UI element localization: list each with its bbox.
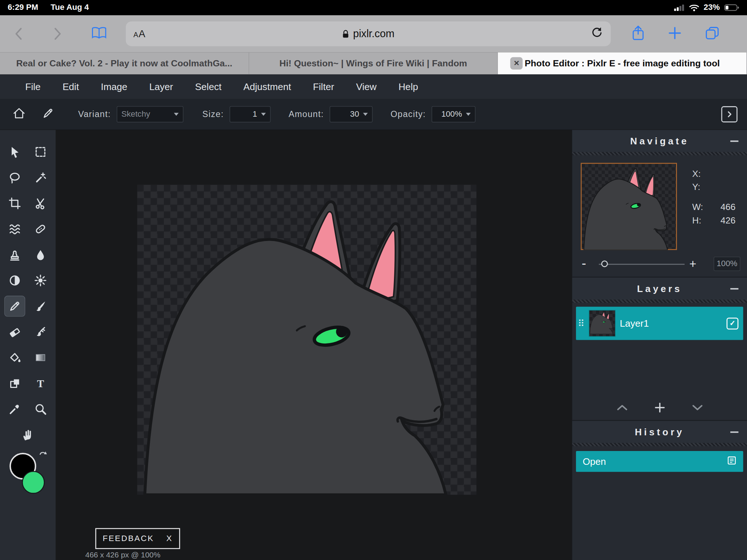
layer-buttons (572, 397, 747, 420)
h-value: 426 (707, 215, 735, 226)
tool-pencil[interactable] (4, 296, 25, 316)
tab-pixlr[interactable]: ✕ Photo Editor : Pixlr E - free image ed… (498, 52, 747, 74)
back-icon (16, 28, 21, 39)
tool-sidebar: T (0, 130, 56, 560)
share-button[interactable] (632, 25, 645, 43)
forward-button[interactable] (50, 27, 66, 40)
zoom-value[interactable]: 100% (714, 257, 740, 271)
amount-select[interactable]: 30 (330, 106, 373, 122)
new-tab-button[interactable] (668, 26, 681, 41)
collapse-layers-icon[interactable] (730, 288, 738, 289)
menu-help[interactable]: Help (387, 81, 429, 92)
tool-dodge[interactable] (4, 270, 25, 291)
navigate-header[interactable]: Navigate (572, 130, 747, 152)
plus-icon (668, 26, 681, 39)
move-layer-up-button[interactable] (616, 404, 627, 413)
tool-cutout[interactable] (30, 193, 51, 214)
artboard[interactable] (137, 185, 476, 495)
layer-name[interactable]: Layer1 (620, 318, 722, 329)
close-tab-button[interactable]: ✕ (510, 57, 523, 70)
menu-layer[interactable]: Layer (138, 81, 184, 92)
menu-view[interactable]: View (345, 81, 387, 92)
tool-clone[interactable] (4, 244, 25, 265)
navigate-thumbnail[interactable] (581, 163, 677, 250)
tool-options-bar: Variant: Sketchy Size: 1 Amount: 30 Opac… (0, 99, 747, 130)
tool-fill[interactable] (4, 347, 25, 368)
menu-filter[interactable]: Filter (302, 81, 345, 92)
opacity-select[interactable]: 100% (431, 106, 475, 122)
background-color-swatch[interactable] (22, 471, 45, 494)
feedback-button[interactable]: FEEDBACK X (95, 528, 180, 549)
history-header[interactable]: History (572, 421, 747, 443)
tab-fandom[interactable]: Hi! Question~ | Wings of Fire Wiki | Fan… (249, 52, 498, 74)
toggle-panel-button[interactable] (721, 106, 737, 122)
variant-select[interactable]: Sketchy (117, 106, 183, 122)
tool-draw[interactable] (30, 296, 51, 316)
layers-title: Layers (637, 283, 682, 294)
zoom-slider-knob[interactable] (601, 260, 608, 267)
tool-picker[interactable] (4, 398, 25, 419)
current-tool-button[interactable] (42, 107, 54, 121)
tool-eraser[interactable] (4, 322, 25, 342)
menu-adjustment[interactable]: Adjustment (232, 81, 302, 92)
variant-value: Sketchy (121, 109, 150, 119)
tool-lasso[interactable] (4, 167, 25, 188)
tool-zoom[interactable] (30, 398, 51, 419)
collapse-navigate-icon[interactable] (730, 140, 738, 142)
tool-hand[interactable] (17, 424, 38, 445)
tool-gradient[interactable] (30, 347, 51, 368)
zoom-control: - + 100% (572, 256, 747, 273)
tool-arrange[interactable] (4, 141, 25, 162)
tool-blur[interactable] (30, 244, 51, 265)
tab-coolmath[interactable]: Real or Cake? Vol. 2 - Play it now at Co… (0, 52, 249, 74)
tool-liquify[interactable] (4, 219, 25, 240)
magnifier-icon (34, 403, 47, 415)
tool-marquee[interactable] (30, 141, 51, 162)
move-layer-down-button[interactable] (692, 404, 703, 413)
zoom-out-button[interactable]: - (582, 256, 586, 271)
tool-smudge[interactable] (30, 322, 51, 342)
chevron-down-icon (363, 113, 368, 116)
history-item-open[interactable]: Open (576, 451, 743, 472)
tool-crop[interactable] (4, 193, 25, 214)
tool-wand[interactable] (30, 167, 51, 188)
screen: 6:29 PM Tue Aug 4 23% AA pixlr.com (0, 0, 747, 560)
layer-drag-handle[interactable]: ⠿ (578, 319, 584, 328)
feedback-close[interactable]: X (166, 534, 173, 543)
swap-colors-button[interactable] (38, 451, 47, 462)
clock: 6:29 PM (8, 3, 38, 12)
collapse-history-icon[interactable] (730, 431, 738, 433)
brush-icon (34, 300, 47, 312)
add-layer-button[interactable] (654, 402, 665, 415)
back-button[interactable] (11, 27, 27, 40)
menu-file[interactable]: File (14, 81, 51, 92)
canvas-status: 466 x 426 px @ 100% (85, 551, 160, 560)
home-button[interactable] (12, 107, 26, 122)
pencil-icon (9, 300, 21, 312)
home-icon (12, 107, 26, 120)
layers-header[interactable]: Layers (572, 277, 747, 299)
tool-heal[interactable] (30, 219, 51, 240)
canvas-area[interactable]: FEEDBACK X 466 x 426 px @ 100% (56, 130, 572, 560)
menu-select[interactable]: Select (184, 81, 233, 92)
tool-text[interactable]: T (30, 373, 51, 394)
tool-shape[interactable] (4, 373, 25, 394)
bookmarks-button[interactable] (92, 26, 107, 41)
zoom-slider-track[interactable] (599, 264, 685, 265)
tool-burn[interactable] (30, 270, 51, 291)
browser-toolbar: AA pixlr.com (0, 15, 747, 52)
layer-row-layer1[interactable]: ⠿ Layer1 ✓ (576, 307, 743, 340)
menu-edit[interactable]: Edit (51, 81, 90, 92)
layer-thumbnail[interactable] (589, 311, 615, 337)
size-label: Size: (202, 109, 224, 119)
tab-title: Hi! Question~ | Wings of Fire Wiki | Fan… (279, 58, 467, 69)
menu-image[interactable]: Image (90, 81, 138, 92)
address-bar[interactable]: AA pixlr.com (126, 22, 611, 46)
zoom-in-button[interactable]: + (689, 257, 696, 271)
size-select[interactable]: 1 (229, 106, 270, 122)
layer-visibility-checkbox[interactable]: ✓ (727, 318, 739, 330)
sun-gear-icon (34, 274, 47, 287)
menu-bar: File Edit Image Layer Select Adjustment … (0, 74, 747, 99)
tabs-overview-button[interactable] (705, 26, 719, 42)
panel-hatch (572, 152, 747, 155)
